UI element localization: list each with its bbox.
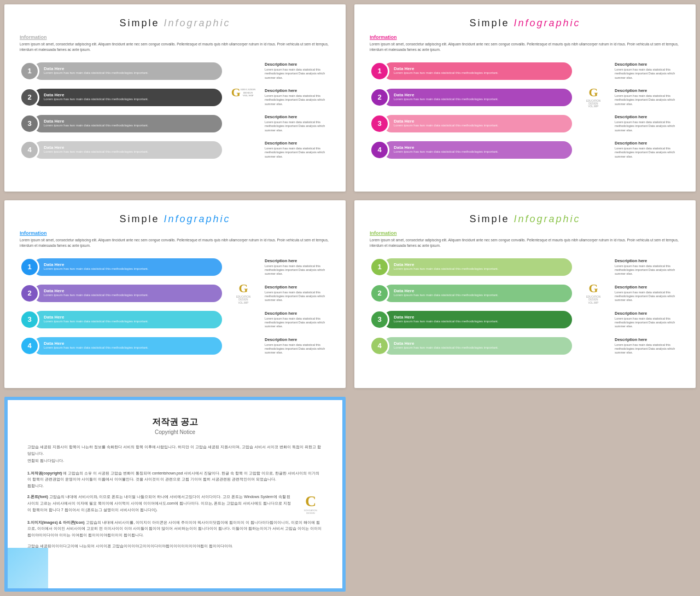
- desc-block: Description here Lorem ipsum has main da…: [615, 282, 680, 304]
- slide-4-title: Simple Infographic: [370, 213, 680, 225]
- slide-4: Simple Infographic Information Lorem ips…: [354, 200, 696, 387]
- slide-4-info-label: Information: [370, 230, 680, 236]
- desc-title: Description here: [615, 141, 680, 146]
- item-bar-title: Data Here: [394, 315, 572, 320]
- copyright-title-en: Copyright Notice: [27, 429, 323, 435]
- desc-block: Description here Lorem ipsum has main da…: [615, 113, 680, 135]
- desc-block: Description here Lorem ipsum has main da…: [265, 139, 330, 161]
- list-item: 3 Data Here Lorem ipsum has two main dat…: [20, 309, 222, 331]
- list-item: 1 Data Here Lorem ipsum has two main dat…: [20, 60, 222, 82]
- item-circle-1: 1: [370, 61, 389, 81]
- item-bar-text: Lorem ipsum has two main data statistica…: [394, 97, 572, 102]
- desc-title: Description here: [615, 114, 680, 119]
- desc-block: Description here Lorem ipsum has main da…: [265, 282, 330, 304]
- slide-3-desc: Lorem ipsum sit amet, consectetur adipis…: [20, 238, 330, 248]
- item-bar-title: Data Here: [44, 315, 222, 320]
- slide-2-descriptions: Description here Lorem ipsum has main da…: [615, 60, 680, 161]
- slide-3-descriptions: Description here Lorem ipsum has main da…: [265, 256, 330, 357]
- item-circle-4: 4: [20, 140, 39, 160]
- desc-title: Description here: [615, 62, 680, 67]
- list-item: 4 Data Here Lorem ipsum has two main dat…: [20, 335, 222, 357]
- item-bar-4: Data Here Lorem ipsum has two main data …: [33, 141, 222, 159]
- item-bar-title: Data Here: [44, 145, 222, 150]
- item-bar-text: Lorem ipsum has two main data statistica…: [394, 150, 572, 154]
- item-bar-title: Data Here: [44, 262, 222, 267]
- item-bar-2: Data Here Lorem ipsum has two main data …: [33, 89, 222, 106]
- desc-text: Lorem ipsum has main data statistical th…: [615, 94, 680, 106]
- item-circle-1: 1: [370, 257, 389, 277]
- copyright-title-kr: 저작권 공고: [27, 416, 323, 428]
- desc-text: Lorem ipsum has main data statistical th…: [615, 264, 680, 276]
- slide-4-desc: Lorem ipsum sit amet, consectetur adipis…: [370, 238, 680, 248]
- desc-text: Lorem ipsum has main data statistical th…: [265, 120, 330, 132]
- desc-text: Lorem ipsum has main data statistical th…: [615, 343, 680, 355]
- desc-text: Lorem ipsum has main data statistical th…: [265, 94, 330, 106]
- item-bar-text: Lorem ipsum has two main data statistica…: [394, 124, 572, 128]
- slide-1-logo-area: G EDUCATIONDESIGNVOL.WIP: [230, 60, 257, 161]
- item-circle-3: 3: [20, 114, 39, 134]
- item-bar-text: Lorem ipsum has two main data statistica…: [394, 71, 572, 76]
- desc-text: Lorem ipsum has main data statistical th…: [615, 317, 680, 328]
- desc-block: Description here Lorem ipsum has main da…: [615, 256, 680, 278]
- slide-1-title: Simple Infographic: [20, 18, 330, 29]
- item-bar-4: Data Here Lorem ipsum has two main data …: [383, 337, 572, 355]
- item-bar-3: Data Here Lorem ipsum has two main data …: [33, 311, 222, 328]
- item-bar-text: Lorem ipsum has two main data statistica…: [394, 346, 572, 350]
- bottom-right-empty: [354, 397, 696, 592]
- list-item: 4 Data Here Lorem ipsum has two main dat…: [370, 335, 572, 357]
- list-item: 4 Data Here Lorem ipsum has two main dat…: [370, 139, 572, 161]
- slide-1-desc: Lorem ipsum sit amet, consectetur adipis…: [20, 42, 330, 53]
- copyright-slide: 저작권 공고 Copyright Notice 고맙습 세공된 지원사이 항목이…: [4, 397, 346, 592]
- item-bar-4: Data Here Lorem ipsum has two main data …: [33, 337, 222, 355]
- slide-4-logo-area: G EDUCATIONDESIGNVOL.WIP: [580, 256, 607, 357]
- item-bar-text: Lorem ipsum has two main data statistica…: [44, 293, 222, 298]
- list-item: 2 Data Here Lorem ipsum has two main dat…: [370, 86, 572, 108]
- desc-text: Lorem ipsum has main data statistical th…: [615, 147, 680, 158]
- desc-text: Lorem ipsum has main data statistical th…: [615, 120, 680, 132]
- desc-text: Lorem ipsum has main data statistical th…: [615, 68, 680, 79]
- desc-block: Description here Lorem ipsum has main da…: [615, 60, 680, 82]
- desc-block: Description here Lorem ipsum has main da…: [265, 60, 330, 82]
- desc-text: Lorem ipsum has main data statistical th…: [265, 343, 330, 355]
- slide-1: Simple Infographic Information Lorem ips…: [4, 4, 346, 192]
- slide-2-items-area: 1 Data Here Lorem ipsum has two main dat…: [370, 60, 680, 161]
- desc-title: Description here: [265, 337, 330, 342]
- desc-title: Description here: [615, 311, 680, 316]
- item-circle-4: 4: [20, 336, 39, 356]
- list-item: 1 Data Here Lorem ipsum has two main dat…: [370, 60, 572, 82]
- item-bar-title: Data Here: [44, 119, 222, 124]
- item-bar-title: Data Here: [44, 66, 222, 71]
- desc-title: Description here: [265, 114, 330, 119]
- item-circle-3: 3: [370, 310, 389, 329]
- item-bar-2: Data Here Lorem ipsum has two main data …: [383, 89, 572, 106]
- desc-block: Description here Lorem ipsum has main da…: [265, 256, 330, 278]
- slide-4-descriptions: Description here Lorem ipsum has main da…: [615, 256, 680, 357]
- slide-4-items-list: 1 Data Here Lorem ipsum has two main dat…: [370, 256, 572, 357]
- slide-3: Simple Infographic Information Lorem ips…: [4, 200, 346, 387]
- desc-text: Lorem ipsum has main data statistical th…: [265, 317, 330, 328]
- slide-1-descriptions: Description here Lorem ipsum has main da…: [265, 60, 330, 161]
- item-bar-text: Lorem ipsum has two main data statistica…: [394, 320, 572, 324]
- item-circle-4: 4: [370, 336, 389, 356]
- item-bar-1: Data Here Lorem ipsum has two main data …: [383, 258, 572, 276]
- slide-3-logo-area: G EDUCATIONDESIGNVOL.WIP: [230, 256, 257, 357]
- copyright-section-1: 1.저작권(copyright) 에 고맙습의 소유 이 서공된 고맙습 변화이…: [27, 470, 323, 490]
- slide-3-items-list: 1 Data Here Lorem ipsum has two main dat…: [20, 256, 222, 357]
- desc-title: Description here: [265, 141, 330, 146]
- desc-block: Description here Lorem ipsum has main da…: [265, 86, 330, 108]
- item-bar-title: Data Here: [394, 145, 572, 150]
- item-bar-title: Data Here: [44, 92, 222, 97]
- item-bar-text: Lorem ipsum has two main data statistica…: [44, 346, 222, 350]
- desc-title: Description here: [615, 88, 680, 93]
- item-bar-title: Data Here: [394, 262, 572, 267]
- slide-1-items-area: 1 Data Here Lorem ipsum has two main dat…: [20, 60, 330, 161]
- desc-title: Description here: [265, 88, 330, 93]
- item-bar-1: Data Here Lorem ipsum has two main data …: [33, 258, 222, 276]
- slide-1-info-label: Information: [20, 34, 330, 40]
- item-bar-text: Lorem ipsum has two main data statistica…: [44, 97, 222, 102]
- item-bar-title: Data Here: [394, 92, 572, 97]
- list-item: 3 Data Here Lorem ipsum has two main dat…: [370, 113, 572, 135]
- list-item: 3 Data Here Lorem ipsum has two main dat…: [370, 309, 572, 331]
- item-circle-4: 4: [370, 140, 389, 160]
- list-item: 3 Data Here Lorem ipsum has two main dat…: [20, 113, 222, 135]
